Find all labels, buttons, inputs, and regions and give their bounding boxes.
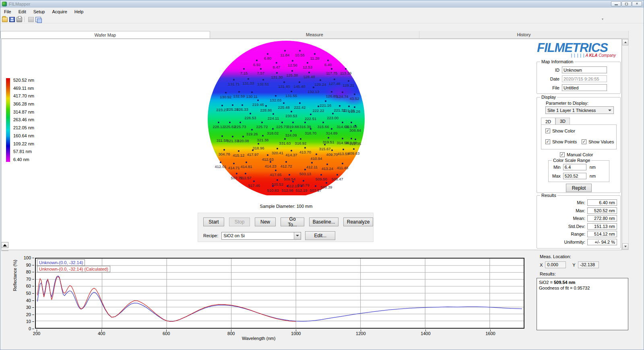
wafer-point-dot[interactable]	[303, 180, 304, 182]
file-field[interactable]: Untitled	[562, 84, 607, 91]
tab-history[interactable]: History	[419, 31, 629, 38]
wafer-point-dot[interactable]	[334, 79, 335, 80]
min-field[interactable]: 6.4	[563, 164, 586, 170]
wafer-point-dot[interactable]	[348, 106, 350, 107]
wafer-point-dot[interactable]	[284, 50, 286, 52]
wafer-point-dot[interactable]	[308, 72, 310, 73]
scroll-up-button[interactable]	[622, 39, 628, 46]
toolbar-overflow-icon[interactable]: ▾	[602, 17, 603, 21]
wafer-point-dot[interactable]	[342, 91, 343, 93]
wafer-point-dot[interactable]	[289, 174, 290, 176]
wafer-point-dot[interactable]	[223, 149, 225, 151]
wafer-point-dot[interactable]	[327, 60, 329, 61]
wafer-point-dot[interactable]	[355, 125, 356, 126]
wafer-point-dot[interactable]	[277, 179, 278, 181]
show-color-checkbox[interactable]: ✓ Show Color	[545, 128, 575, 133]
wafer-point-dot[interactable]	[267, 53, 268, 55]
wafer-point-dot[interactable]	[229, 122, 231, 123]
minimize-button[interactable]	[611, 1, 621, 6]
wafer-point-dot[interactable]	[316, 153, 317, 155]
show-values-checkbox[interactable]: ✓ Show Values	[582, 139, 614, 144]
wafer-point-dot[interactable]	[320, 174, 322, 176]
wafer-point-dot[interactable]	[250, 113, 251, 114]
wafer-point-dot[interactable]	[315, 185, 316, 187]
tab-3d[interactable]: 3D	[555, 118, 570, 124]
wafer-point-dot[interactable]	[275, 170, 277, 171]
wafer-point-dot[interactable]	[239, 122, 241, 123]
title-bar[interactable]: FILMapper ×	[0, 0, 644, 8]
wafer-point-dot[interactable]	[267, 154, 268, 156]
menu-file[interactable]: File	[0, 8, 15, 15]
save-icon[interactable]	[9, 17, 15, 22]
wafer-point-dot[interactable]	[310, 128, 312, 130]
wafer-point-dot[interactable]	[275, 95, 277, 97]
wafer-point-dot[interactable]	[353, 148, 355, 150]
wafer-point-dot[interactable]	[272, 128, 274, 130]
wafer-point-dot[interactable]	[301, 185, 302, 187]
wafer-point-dot[interactable]	[320, 79, 321, 81]
wafer-point-dot[interactable]	[328, 137, 329, 139]
edit-recipe-button[interactable]: Edit...	[305, 231, 335, 240]
wafer-point-dot[interactable]	[233, 79, 235, 81]
wafer-point-dot[interactable]	[331, 91, 332, 93]
menu-edit[interactable]: Edit	[15, 8, 30, 15]
wafer-point-dot[interactable]	[256, 60, 258, 61]
wafer-point-dot[interactable]	[260, 68, 262, 70]
wafer-point-dot[interactable]	[292, 122, 294, 123]
scroll-down-button[interactable]	[622, 243, 628, 250]
wafer-point-dot[interactable]	[339, 105, 341, 107]
menu-acquire[interactable]: Acquire	[48, 8, 70, 15]
y-coordinate-field[interactable]: -32.138	[578, 261, 599, 268]
wafer-point-dot[interactable]	[276, 62, 277, 64]
wafer-point-dot[interactable]	[314, 53, 316, 55]
splitter-up-button[interactable]	[1, 242, 8, 248]
wafer-point-dot[interactable]	[304, 147, 306, 149]
manual-color-checkbox[interactable]: ✓ Manual Color	[560, 152, 593, 157]
wafer-point-dot[interactable]	[258, 143, 259, 145]
wafer-point-dot[interactable]	[310, 114, 312, 115]
wafer-point-dot[interactable]	[291, 111, 292, 112]
tab-wafer-map[interactable]: Wafer Map	[0, 31, 210, 38]
wafer-point-dot[interactable]	[292, 60, 293, 62]
wafer-point-dot[interactable]	[225, 92, 227, 93]
wafer-point-dot[interactable]	[253, 180, 255, 182]
wafer-point-dot[interactable]	[232, 136, 233, 137]
wafer-point-dot[interactable]	[342, 122, 343, 123]
wafer-point-dot[interactable]	[245, 173, 246, 174]
wafer-point-dot[interactable]	[355, 139, 356, 140]
wafer-point-dot[interactable]	[299, 50, 301, 52]
wafer-point-dot[interactable]	[242, 136, 244, 137]
recipe-dropdown[interactable]: SiO2 on Si	[221, 232, 301, 240]
wafer-point-dot[interactable]	[272, 113, 274, 115]
tab-measure[interactable]: Measure	[210, 31, 419, 38]
wafer-point-dot[interactable]	[304, 122, 306, 123]
wafer-point-dot[interactable]	[287, 185, 288, 187]
reanalyze-button[interactable]: Reanalyze	[343, 217, 373, 226]
wafer-point-dot[interactable]	[342, 163, 343, 164]
wafer-point-dot[interactable]	[277, 148, 278, 149]
wafer-point-dot[interactable]	[251, 129, 253, 130]
wafer-point-dot[interactable]	[246, 162, 247, 163]
wafer-map[interactable]: 6.8011.8410.5511.286.928.4712.5612.536.4…	[208, 41, 365, 198]
wafer-point-dot[interactable]	[331, 149, 333, 151]
wafer-point-dot[interactable]	[299, 102, 301, 104]
tab-2d[interactable]: 2D	[541, 118, 555, 125]
wafer-point-dot[interactable]	[322, 122, 324, 123]
wafer-point-dot[interactable]	[292, 181, 294, 182]
start-button[interactable]: Start	[203, 217, 224, 226]
wafer-point-dot[interactable]	[324, 144, 326, 145]
wafer-point-dot[interactable]	[238, 150, 239, 152]
max-field[interactable]: 520.52	[563, 173, 586, 179]
wafer-point-dot[interactable]	[233, 163, 235, 164]
wafer-point-dot[interactable]	[251, 91, 253, 93]
wafer-point-dot[interactable]	[248, 78, 249, 80]
wafer-point-dot[interactable]	[262, 79, 264, 81]
wafer-point-dot[interactable]	[318, 106, 319, 107]
wafer-point-dot[interactable]	[270, 161, 271, 163]
wafer-point-dot[interactable]	[283, 102, 285, 104]
wafer-point-dot[interactable]	[261, 122, 263, 123]
wafer-point-dot[interactable]	[304, 169, 306, 170]
parameter-dropdown[interactable]: Site 1 Layer 1 Thickness	[545, 106, 614, 114]
wafer-point-dot[interactable]	[252, 149, 254, 151]
close-button[interactable]: ×	[632, 1, 642, 6]
